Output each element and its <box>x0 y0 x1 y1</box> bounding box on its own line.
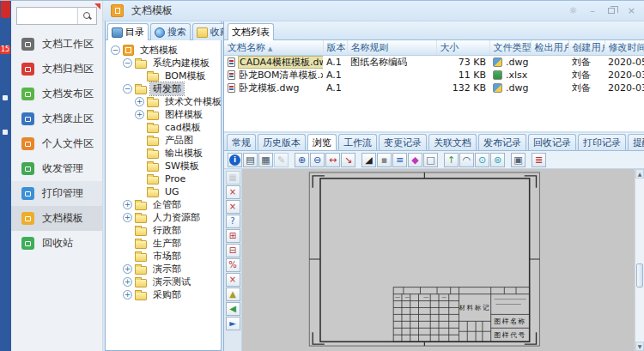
sidebar-item[interactable]: 收发管理 <box>11 156 102 181</box>
tree-node[interactable]: +企管部 <box>107 198 221 211</box>
tree-node[interactable]: +演示部 <box>107 263 221 275</box>
page-button[interactable]: □ <box>423 153 438 167</box>
sidebar-item[interactable]: 文档归档区 <box>11 57 102 82</box>
detail-tab[interactable]: 工作流 <box>338 134 377 151</box>
sidebar-item[interactable]: 回收站 <box>11 231 102 256</box>
tab-doc-list[interactable]: 文档列表 <box>228 23 274 40</box>
tree-node[interactable]: 生产部 <box>107 237 221 250</box>
bookmark-button[interactable]: ▣ <box>511 153 526 167</box>
delete-markup-button[interactable]: × <box>226 273 240 287</box>
zoom-window-button[interactable]: ⊙ <box>475 153 489 167</box>
tree-tab[interactable]: 搜索 <box>150 23 191 40</box>
tree-node[interactable]: UG <box>107 185 221 198</box>
window-minimize-button[interactable]: – <box>590 6 595 15</box>
tree-node[interactable]: 市场部 <box>107 250 221 263</box>
arrow-tool-button[interactable]: ◀ <box>226 302 240 316</box>
dim-tool-1-button[interactable]: ⊞ <box>226 229 240 243</box>
contrast-button[interactable]: ◢ <box>361 153 376 167</box>
triangle-tool-button[interactable]: ▲ <box>226 287 240 301</box>
drawing-canvas[interactable]: 材料标记 图样名称 图样代号 <box>242 169 635 351</box>
flag-tool-button[interactable]: ► <box>226 317 240 330</box>
window-restore-button[interactable] <box>608 8 615 14</box>
dim-tool-2-button[interactable]: ⊟ <box>226 244 240 257</box>
column-header[interactable]: 版本 <box>323 40 347 56</box>
window-settings-button[interactable]: ☼ <box>568 6 577 15</box>
tree-node[interactable]: 输出模板 <box>107 147 221 160</box>
compare-button[interactable]: ≣ <box>532 153 546 167</box>
scroll-up-arrow-icon[interactable]: ▲ <box>635 169 644 179</box>
zoom-in-button[interactable]: ⊕ <box>295 153 309 167</box>
column-header[interactable]: 创建用户 <box>568 40 605 56</box>
detail-tab[interactable]: 浏览 <box>307 134 337 151</box>
sidebar-item[interactable]: 打印管理 <box>11 181 102 206</box>
tree-node[interactable]: Proe <box>107 172 221 185</box>
table-row[interactable]: 卧龙BOM清单模板.xlsxA.111 KB.xlsx刘备2020-03-18 <box>224 69 644 82</box>
column-header[interactable]: 名称规则 <box>347 40 436 56</box>
preview-scrollbar[interactable]: ▲ ▼ <box>635 169 644 351</box>
fit-page-button[interactable]: ↘ <box>341 153 355 167</box>
table-row[interactable]: 卧龙模板.dwgA.1132 KB.dwg刘备2020-03-18 <box>224 82 644 94</box>
percent-tool-button[interactable]: % <box>226 258 240 272</box>
scroll-down-arrow-icon[interactable]: ▼ <box>635 342 644 351</box>
pan-hand-button[interactable]: ◠ <box>459 153 474 167</box>
detail-tab[interactable]: 变更记录 <box>379 134 427 151</box>
detail-tab[interactable]: 回收记录 <box>528 134 576 151</box>
shapes-button[interactable]: ◆ <box>408 153 422 167</box>
collapse-icon[interactable]: − <box>111 45 120 55</box>
tree-node[interactable]: +演示测试 <box>107 275 221 288</box>
tree-node[interactable]: +技术文件模板 <box>107 95 221 108</box>
detail-tab[interactable]: 发布记录 <box>478 134 526 151</box>
redline-cut-button[interactable]: × <box>226 185 240 199</box>
detail-tab[interactable]: 常规 <box>227 134 256 151</box>
tree-node[interactable]: −文档模板 <box>107 44 221 57</box>
sidebar-item[interactable]: 文档模板 <box>11 206 102 231</box>
tree-node[interactable]: −研发部 <box>107 82 221 95</box>
column-header[interactable]: 检出用户 <box>531 40 568 56</box>
tree-node[interactable]: 产品图 <box>107 134 221 147</box>
sidebar-item[interactable]: 文档发布区 <box>11 82 102 106</box>
table-row[interactable]: CADA4横框模板.dwgA.1图纸名称编码73 KB.dwg刘备2020-05… <box>224 56 644 70</box>
tree-node[interactable]: 行政部 <box>107 224 221 237</box>
window-close-button[interactable]: × <box>628 6 635 15</box>
detail-tab[interactable]: 关联文档 <box>428 134 477 151</box>
tree-node[interactable]: −系统内建模板 <box>107 57 221 70</box>
expand-icon[interactable]: + <box>123 200 132 209</box>
tree-node[interactable]: SW模板 <box>107 160 221 172</box>
print-preview-button[interactable]: ▤ <box>243 153 258 167</box>
detail-tab[interactable]: 提醒设置 <box>628 134 644 151</box>
scrollbar-thumb[interactable] <box>636 263 643 287</box>
search-input[interactable] <box>17 8 77 24</box>
fit-width-button[interactable]: ↔ <box>325 153 340 167</box>
column-header[interactable]: 大小 <box>436 40 489 56</box>
column-header[interactable]: 修改时间 <box>605 40 644 56</box>
tree-node[interactable]: BOM模板 <box>107 70 221 82</box>
tree-node[interactable]: +采购部 <box>107 288 221 301</box>
info-button[interactable]: i <box>228 153 242 167</box>
query-button[interactable]: ? <box>226 215 240 228</box>
expand-icon[interactable]: + <box>135 110 144 119</box>
redline-mark-button[interactable]: × <box>226 200 240 214</box>
sidebar-item[interactable]: 文档工作区 <box>11 32 102 57</box>
sidebar-item[interactable]: 文档废止区 <box>11 106 102 131</box>
tree-node[interactable]: +人力资源部 <box>107 211 221 224</box>
expand-icon[interactable]: + <box>123 264 132 274</box>
sidebar-item[interactable]: 个人文件区 <box>11 131 102 156</box>
arrow-up-button[interactable]: ↑ <box>444 153 459 167</box>
tree-node[interactable]: cad模板 <box>107 121 221 134</box>
collapse-icon[interactable]: − <box>123 84 132 94</box>
collapse-icon[interactable]: − <box>123 58 132 68</box>
search-button[interactable] <box>77 8 96 24</box>
expand-icon[interactable]: + <box>135 97 144 106</box>
expand-icon[interactable]: + <box>123 277 132 287</box>
zoom-extents-button[interactable]: ⊚ <box>490 153 505 167</box>
tree-tab[interactable]: 目录 <box>107 23 149 40</box>
zoom-out-button[interactable]: ⊖ <box>310 153 325 167</box>
detail-tab[interactable]: 打印记录 <box>578 134 626 151</box>
expand-icon[interactable]: + <box>123 213 132 222</box>
print-button[interactable]: ▦ <box>258 153 273 167</box>
detail-tab[interactable]: 历史版本 <box>258 134 306 151</box>
column-header[interactable]: 文件类型 <box>489 40 531 56</box>
expand-icon[interactable]: + <box>123 290 132 300</box>
layers-button[interactable]: ≡ <box>392 153 407 167</box>
tree-node[interactable]: +图样模板 <box>107 108 221 121</box>
